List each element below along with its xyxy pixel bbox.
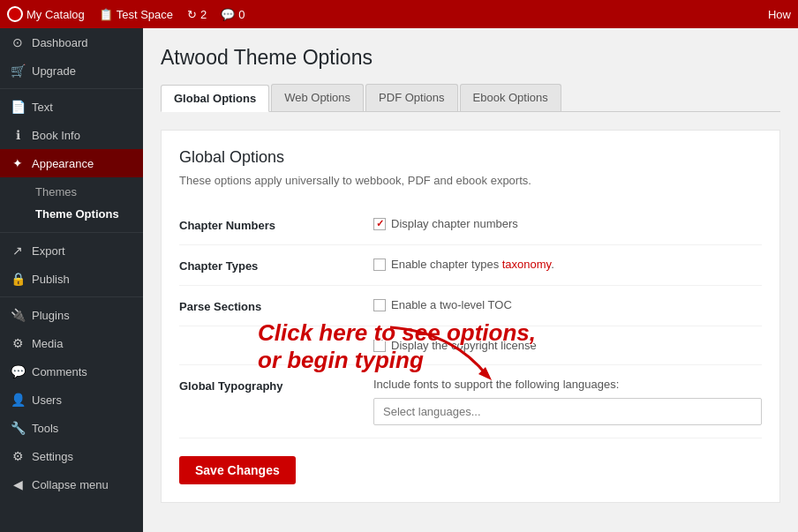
sidebar-item-themes[interactable]: Themes [25,181,143,203]
sidebar-item-book-info[interactable]: ℹ Book Info [0,121,143,149]
dashboard-icon: ⊙ [11,35,25,49]
sync-icon: ↻ [187,8,197,21]
tab-global[interactable]: Global Options [161,85,269,112]
catalog-item[interactable]: My Catalog [7,6,85,22]
export-icon: ↗ [11,244,25,258]
sidebar-label-export: Export [32,244,65,258]
field-chapter-numbers: Chapter Numbers Display chapter numbers [179,205,762,245]
field-chapter-types: Chapter Types Enable chapter types taxon… [179,245,762,286]
sidebar-label-users: Users [32,393,62,407]
chapter-types-label[interactable]: Enable chapter types taxonomy. [373,258,762,271]
book-info-icon: ℹ [11,128,25,142]
users-icon: 👤 [11,393,25,407]
field-typography: Global Typography Include fonts to suppo… [179,365,762,438]
comments-icon: 💬 [11,364,25,378]
content-panel: Global Options These options apply unive… [161,130,780,503]
field-parse-sections: Parse Sections Enable a two-level TOC [179,286,762,326]
language-select-input[interactable] [373,398,762,425]
space-icon: 📋 [99,8,113,21]
sidebar-label-plugins: Plugins [32,309,70,322]
sidebar-label-collapse: Collapse menu [32,478,109,491]
top-bar: My Catalog 📋 Test Space ↻ 2 💬 0 How [0,0,798,28]
sidebar-item-publish[interactable]: 🔒 Publish [0,265,143,293]
sidebar-label-appearance: Appearance [32,157,94,170]
section-title: Global Options [179,148,762,167]
sidebar-label-tools: Tools [32,422,58,435]
media-icon: ⚙ [11,336,25,350]
chapter-numbers-text: Display chapter numbers [391,217,518,230]
main-content: Atwood Theme Options Global Options Web … [143,28,798,532]
sidebar-item-settings[interactable]: ⚙ Settings [0,442,143,470]
label-chapter-types: Chapter Types [179,258,356,273]
sidebar-label-publish: Publish [32,273,70,286]
chapter-numbers-checkbox[interactable] [373,218,386,230]
comment-icon: 💬 [221,8,235,21]
space-label: Test Space [117,8,173,21]
sidebar-divider-3 [0,296,143,297]
field-typography-input: Include fonts to support the following l… [373,378,762,425]
label-typography: Global Typography [179,378,356,393]
sidebar-label-comments: Comments [32,365,87,378]
copyright-text: Display the copyright license [391,339,537,352]
sidebar-item-users[interactable]: 👤 Users [0,386,143,414]
sidebar: ⊙ Dashboard 🛒 Upgrade 📄 Text ℹ Book Info… [0,28,143,532]
parse-sections-label[interactable]: Enable a two-level TOC [373,298,762,311]
chapter-numbers-label[interactable]: Display chapter numbers [373,217,762,230]
sidebar-label-dashboard: Dashboard [32,36,88,49]
tools-icon: 🔧 [11,421,25,435]
comment-item[interactable]: 💬 0 [221,8,245,21]
sidebar-divider-2 [0,232,143,233]
sidebar-item-collapse[interactable]: ◀ Collapse menu [0,470,143,498]
settings-icon: ⚙ [11,449,25,463]
sidebar-label-settings: Settings [32,450,73,463]
field-chapter-types-input: Enable chapter types taxonomy. [373,258,762,271]
field-parse-sections-input: Enable a two-level TOC [373,298,762,311]
tab-ebook[interactable]: Ebook Options [460,84,561,111]
typography-desc: Include fonts to support the following l… [373,378,762,391]
parse-sections-checkbox[interactable] [373,299,386,311]
publish-icon: 🔒 [11,272,25,286]
label-copyright [179,339,356,341]
sidebar-item-plugins[interactable]: 🔌 Plugins [0,301,143,329]
sync-count: 2 [200,8,207,21]
tab-bar: Global Options Web Options PDF Options E… [161,84,780,112]
comment-count: 0 [238,8,245,21]
catalog-logo [7,6,23,22]
sidebar-item-appearance[interactable]: ✦ Appearance [0,149,143,177]
appearance-icon: ✦ [11,156,25,170]
sidebar-item-export[interactable]: ↗ Export [0,236,143,265]
copyright-checkbox[interactable] [373,340,386,352]
chapter-types-checkbox[interactable] [373,259,386,271]
taxonomy-link[interactable]: taxonomy [502,258,551,271]
space-item[interactable]: 📋 Test Space [99,8,173,21]
sidebar-item-theme-options[interactable]: Theme Options [25,203,143,225]
appearance-submenu: Themes Theme Options [0,177,143,229]
sidebar-item-comments[interactable]: 💬 Comments [0,357,143,386]
save-changes-button[interactable]: Save Changes [179,456,296,484]
copyright-label[interactable]: Display the copyright license [373,339,762,352]
sidebar-item-text[interactable]: 📄 Text [0,93,143,121]
label-parse-sections: Parse Sections [179,298,356,313]
sidebar-label-book-info: Book Info [32,129,80,142]
sidebar-item-media[interactable]: ⚙ Media [0,329,143,357]
sidebar-item-dashboard[interactable]: ⊙ Dashboard [0,28,143,56]
chapter-types-text: Enable chapter types taxonomy. [391,258,554,271]
sidebar-item-tools[interactable]: 🔧 Tools [0,414,143,442]
tab-web[interactable]: Web Options [271,84,364,111]
plugins-icon: 🔌 [11,308,25,322]
sidebar-divider-1 [0,88,143,89]
sidebar-label-text: Text [32,101,53,114]
collapse-icon: ◀ [11,477,25,491]
upgrade-icon: 🛒 [11,64,25,78]
sidebar-item-upgrade[interactable]: 🛒 Upgrade [0,56,143,85]
sync-item[interactable]: ↻ 2 [187,8,207,21]
text-icon: 📄 [11,100,25,114]
catalog-label: My Catalog [26,8,85,21]
sidebar-label-upgrade: Upgrade [32,64,76,78]
page-title: Atwood Theme Options [161,46,780,70]
label-chapter-numbers: Chapter Numbers [179,217,356,232]
parse-sections-text: Enable a two-level TOC [391,298,512,311]
tab-pdf[interactable]: PDF Options [365,84,457,111]
section-desc: These options apply universally to webbo… [179,174,762,187]
how-label: How [768,8,791,21]
